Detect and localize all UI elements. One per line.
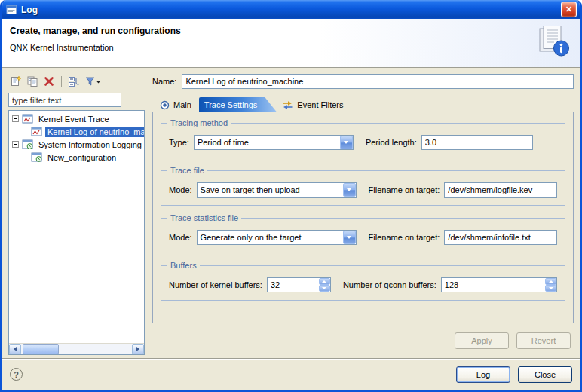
trace-statistics-row: Mode: Generate only on the target Filena… [169,230,557,245]
apply-button[interactable]: Apply [455,332,509,349]
dialog-title: Create, manage, and run configurations [10,26,572,36]
window-icon [6,4,18,15]
close-window-button[interactable]: ✕ [561,2,577,17]
chevron-down-icon [322,287,326,289]
log-document-icon [536,25,571,60]
group-title: Trace statistics file [167,213,241,222]
tab-main[interactable]: Main [155,97,199,112]
kernel-log-icon [31,127,43,137]
tab-bar: Main Trace Settings Event Filters [152,96,574,112]
chevron-down-icon [549,287,553,289]
kernel-buffers-input[interactable] [268,278,319,292]
tree-horizontal-scrollbar[interactable] [9,343,144,354]
close-button[interactable]: Close [518,366,572,383]
tab-label: Event Filters [297,100,343,109]
trace-stats-filename-input[interactable] [444,230,557,245]
configurations-tree: Kernel Event Trace Kernel Log of neutrin… [8,110,145,355]
dialog-subtitle: QNX Kernel Instrumentation [10,43,572,52]
dropdown-button[interactable] [340,136,353,149]
combo-value: Period of time [195,138,340,147]
spin-up-button[interactable] [545,278,556,285]
event-filters-tab-icon [282,100,293,110]
main-tab-icon [160,100,170,110]
trace-file-filename-input[interactable] [444,182,557,198]
name-row: Name: [152,74,574,89]
dropdown-button[interactable] [343,231,356,244]
dialog-body: Kernel Event Trace Kernel Log of neutrin… [2,68,580,358]
spin-down-button[interactable] [319,285,330,292]
scroll-right-icon [136,347,139,351]
tree-item-label: Kernel Log of neutrino_machine [45,127,144,137]
trace-file-row: Mode: Save on target then upload Filenam… [169,182,557,198]
qconn-buffers-input[interactable] [442,278,545,292]
tree-item-system-information-logging[interactable]: System Information Logging [9,138,144,151]
trace-file-mode-label: Mode: [169,185,192,194]
duplicate-configuration-button[interactable] [25,74,40,89]
filter-options-button[interactable] [83,74,103,89]
log-dialog-window: Log ✕ Create, manage, and run configurat… [0,0,582,392]
kernel-buffers-label: Number of kernel buffers: [169,280,262,289]
tracing-type-combo[interactable]: Period of time [194,135,354,150]
question-mark-icon: ? [14,370,19,379]
group-tracing-method: Tracing method Type: Period of time Peri… [161,123,565,158]
trace-file-mode-combo[interactable]: Save on target then upload [197,182,357,198]
dialog-footer: ? Log Close [2,358,580,390]
apply-revert-row: Apply Revert [152,323,574,355]
scrollbar-track[interactable] [21,344,132,354]
scroll-left-icon [14,347,17,351]
chevron-up-icon [322,280,326,283]
spin-down-button[interactable] [545,285,556,292]
type-label: Type: [169,138,189,147]
chevron-down-icon [347,236,351,239]
scrollbar-thumb[interactable] [23,344,59,354]
dialog-header: Create, manage, and run configurations Q… [2,19,580,68]
tab-event-filters[interactable]: Event Filters [277,97,351,112]
qconn-buffers-spinner[interactable] [441,277,557,292]
qconn-buffers-label: Number of qconn buffers: [343,280,436,289]
spin-up-button[interactable] [319,278,330,285]
tree-item-label: System Information Logging [36,139,144,150]
tracing-method-row: Type: Period of time Period length: [169,135,557,150]
dropdown-button[interactable] [343,183,356,197]
configurations-toolbar [8,73,145,90]
trace-stats-mode-combo[interactable]: Generate only on the target [197,230,357,245]
group-trace-statistics-file: Trace statistics file Mode: Generate onl… [161,218,565,253]
new-configuration-button[interactable] [8,74,23,89]
tree-item-new-configuration[interactable]: New_configuration [9,151,144,164]
kernel-buffers-spinner[interactable] [267,277,331,292]
tree-viewport: Kernel Event Trace Kernel Log of neutrin… [9,111,144,343]
spinner-buttons [545,278,556,292]
chevron-down-icon [344,141,348,144]
name-input[interactable] [182,74,574,89]
name-label: Name: [152,77,176,86]
tree-item-label: New_configuration [45,152,118,163]
window-titlebar[interactable]: Log ✕ [2,0,580,19]
group-title: Trace file [167,166,207,175]
period-length-label: Period length: [366,138,417,147]
log-button[interactable]: Log [456,366,510,383]
group-title: Tracing method [167,118,231,127]
toolbar-separator [61,76,62,87]
configuration-detail-panel: Name: Main Trace Settings [152,73,574,355]
tree-item-kernel-log[interactable]: Kernel Log of neutrino_machine [9,125,144,138]
kernel-event-trace-icon [22,114,34,124]
window-title: Log [21,5,561,15]
revert-button[interactable]: Revert [516,332,571,349]
filter-input[interactable] [8,93,121,107]
group-title: Buffers [167,261,200,270]
tree-item-kernel-event-trace[interactable]: Kernel Event Trace [9,112,144,125]
delete-configuration-button[interactable] [41,74,57,89]
scroll-right-button[interactable] [132,344,144,354]
buffers-row: Number of kernel buffers: Number of qcon… [169,277,557,292]
collapse-toggle-icon[interactable] [12,141,19,148]
scroll-left-button[interactable] [9,344,21,354]
group-trace-file: Trace file Mode: Save on target then upl… [161,170,565,206]
tab-trace-settings[interactable]: Trace Settings [199,97,277,112]
collapse-toggle-icon[interactable] [12,115,19,122]
trace-file-filename-label: Filename on target: [369,185,440,194]
collapse-all-button[interactable] [66,74,81,89]
close-icon: ✕ [565,5,572,14]
tree-item-label: Kernel Event Trace [36,114,112,124]
help-button[interactable]: ? [10,368,23,381]
period-length-input[interactable] [421,135,533,150]
